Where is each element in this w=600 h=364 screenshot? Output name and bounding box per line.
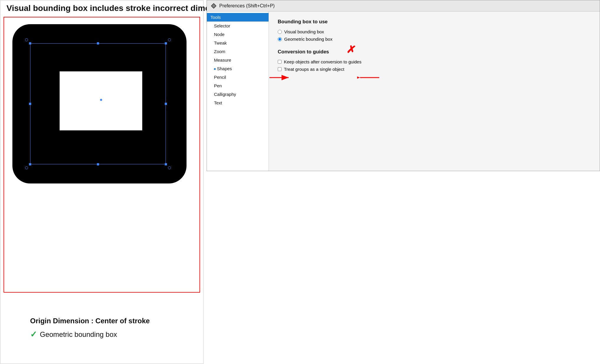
preferences-window: Preferences (Shift+Ctrl+P) Tools Selecto… <box>207 0 600 171</box>
tree-item-pencil[interactable]: Pencil <box>207 73 269 81</box>
treat-groups-row: Treat groups as a single object <box>278 67 591 72</box>
top-label: Visual bounding box includes stroke inco… <box>6 4 232 13</box>
keep-objects-row: Keep objects after conversion to guides <box>278 59 591 64</box>
tree-shapes-label: Shapes <box>217 66 232 71</box>
content-area: Bounding box to use Visual bounding box … <box>269 12 600 171</box>
tree-text-label: Text <box>214 100 222 105</box>
geometric-bbox-row: Geometric bounding box <box>278 37 591 42</box>
tree-tweak-label: Tweak <box>214 40 227 45</box>
black-shape <box>12 24 187 183</box>
window-body: Tools Selector Node Tweak Zoom Measure S… <box>207 12 600 171</box>
annotation-line2: ✓ Geometric bounding box <box>30 329 203 339</box>
tree-item-measure[interactable]: Measure <box>207 56 269 64</box>
tree-zoom-label: Zoom <box>214 49 225 54</box>
tree-item-text[interactable]: Text <box>207 99 269 107</box>
tree-pencil-label: Pencil <box>214 75 226 80</box>
tree-item-pen[interactable]: Pen <box>207 81 269 90</box>
keep-objects-checkbox[interactable] <box>278 60 282 64</box>
bounding-box-title: Bounding box to use <box>278 19 591 25</box>
treat-groups-checkbox[interactable] <box>278 67 282 71</box>
bounding-box-radio-group: Visual bounding box Geometric bounding b… <box>278 29 591 42</box>
tree-measure-label: Measure <box>214 58 231 63</box>
sidebar-tree: Tools Selector Node Tweak Zoom Measure S… <box>207 12 269 171</box>
tree-tools-label: Tools <box>210 15 221 20</box>
tree-item-tools[interactable]: Tools <box>207 13 269 22</box>
tree-selector-label: Selector <box>214 23 230 28</box>
tree-item-node[interactable]: Node <box>207 30 269 39</box>
tree-node-label: Node <box>214 32 225 37</box>
tree-calligraphy-label: Calligraphy <box>214 92 236 97</box>
shapes-bullet <box>214 68 216 70</box>
tree-item-calligraphy[interactable]: Calligraphy <box>207 90 269 99</box>
tree-pen-label: Pen <box>214 83 222 88</box>
keep-objects-label: Keep objects after conversion to guides <box>284 59 362 64</box>
tree-item-tweak[interactable]: Tweak <box>207 39 269 47</box>
geometric-bbox-label: Geometric bounding box <box>284 37 332 42</box>
window-title: Preferences (Shift+Ctrl+P) <box>219 3 275 9</box>
visual-bbox-label: Visual bounding box <box>284 29 324 34</box>
tree-item-zoom[interactable]: Zoom <box>207 47 269 56</box>
annotation-geometric-label: Geometric bounding box <box>40 330 117 339</box>
tree-item-shapes[interactable]: Shapes <box>207 64 269 73</box>
red-box-right <box>200 17 200 293</box>
inkscape-icon <box>210 3 217 9</box>
conversion-checkbox-group: Keep objects after conversion to guides … <box>278 59 591 72</box>
treat-groups-label: Treat groups as a single object <box>284 67 344 72</box>
bottom-annotation: Origin Dimension : Center of stroke ✓ Ge… <box>1 293 203 363</box>
visual-bbox-radio[interactable] <box>278 30 282 34</box>
red-box-top <box>4 17 200 17</box>
green-checkmark-icon: ✓ <box>30 329 37 339</box>
visual-bbox-row: Visual bounding box <box>278 29 591 34</box>
annotation-line1: Origin Dimension : Center of stroke <box>30 317 203 325</box>
left-panel: Visual bounding box includes stroke inco… <box>0 0 204 364</box>
window-titlebar: Preferences (Shift+Ctrl+P) <box>207 0 600 12</box>
geometric-bbox-radio[interactable] <box>278 37 282 41</box>
center-dot <box>100 99 102 101</box>
red-box-left <box>4 17 4 293</box>
conversion-title: Conversion to guides <box>278 49 591 55</box>
tree-item-selector[interactable]: Selector <box>207 22 269 30</box>
white-inner <box>60 71 142 130</box>
